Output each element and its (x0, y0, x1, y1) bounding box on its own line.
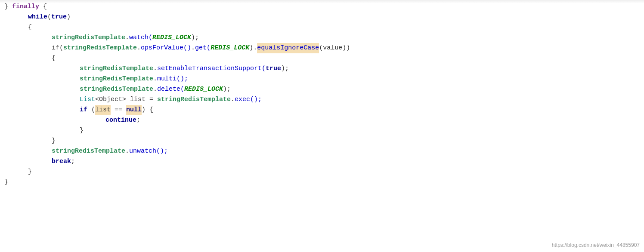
code-token: ); (191, 33, 199, 43)
code-line: stringRedisTemplate.delete(REDIS_LOCK); (0, 84, 644, 95)
code-line: } (0, 126, 644, 136)
code-line: stringRedisTemplate.multi(); (0, 74, 644, 84)
code-line: } (0, 177, 644, 187)
code-line: stringRedisTemplate.watch(REDIS_LOCK); (0, 33, 644, 43)
code-line: continue; (0, 115, 644, 126)
code-token: REDIS_LOCK (211, 43, 249, 53)
code-line: stringRedisTemplate.setEnableTransaction… (0, 64, 644, 74)
code-token: stringRedisTemplate (80, 64, 153, 74)
code-line: stringRedisTemplate.unwatch(); (0, 146, 644, 157)
code-token: . (125, 33, 129, 43)
code-token: { (28, 22, 32, 33)
code-token: . (191, 43, 195, 53)
code-token: } (28, 167, 32, 177)
code-token: . (231, 95, 235, 105)
code-token: . (153, 84, 157, 95)
code-token: ) { (142, 105, 153, 115)
code-line: break; (0, 157, 644, 167)
code-token: ). (249, 43, 257, 53)
code-line: List<Object> list = stringRedisTemplate.… (0, 95, 644, 105)
code-token: if( (52, 43, 63, 53)
code-token: REDIS_LOCK (184, 84, 223, 95)
code-token: multi(); (157, 74, 188, 84)
code-line: if(stringRedisTemplate.opsForValue().get… (0, 43, 644, 53)
code-token: setEnableTransactionSupport( (157, 64, 266, 74)
code-lines: } finally {while(true){stringRedisTempla… (0, 2, 644, 187)
code-token: stringRedisTemplate (52, 33, 125, 43)
code-token: ( (87, 105, 95, 115)
code-token: . (153, 64, 157, 74)
code-token: ; (71, 157, 75, 167)
code-token: == (111, 105, 126, 115)
code-token: { (52, 53, 56, 64)
code-token: break (52, 157, 71, 167)
code-token: List (80, 95, 95, 105)
code-token: } (52, 136, 56, 146)
code-token: . (137, 43, 141, 53)
code-line: } (0, 167, 644, 177)
code-token: . (125, 146, 129, 157)
code-token: ) (67, 12, 71, 22)
code-viewer: } finally {while(true){stringRedisTempla… (0, 0, 644, 252)
code-token: stringRedisTemplate (80, 74, 153, 84)
code-token: continue (105, 115, 136, 126)
code-token: ); (281, 64, 289, 74)
code-token: ( (47, 12, 51, 22)
code-token: equalsIgnoreCase (257, 43, 319, 53)
code-token: true (266, 64, 281, 74)
code-line: } (0, 136, 644, 146)
code-token: opsForValue() (141, 43, 191, 53)
code-token: if (80, 105, 87, 115)
code-token: REDIS_LOCK (152, 33, 191, 43)
code-token: stringRedisTemplate (52, 146, 125, 157)
code-token: list (95, 105, 111, 115)
code-line: while(true) (0, 12, 644, 22)
code-line: { (0, 53, 644, 64)
code-token: while (28, 12, 47, 22)
code-token: true (51, 12, 67, 22)
code-token: } (80, 126, 84, 136)
code-token: . (153, 74, 157, 84)
code-token: null (126, 105, 142, 115)
watermark: https://blog.csdn.net/weixin_44855907 (552, 241, 640, 249)
code-token: get( (195, 43, 211, 53)
code-token: stringRedisTemplate (157, 95, 231, 105)
code-token: (value)) (319, 43, 350, 53)
code-token: ; (136, 115, 140, 126)
code-line: { (0, 22, 644, 33)
code-token: ); (223, 84, 231, 95)
code-token: watch( (129, 33, 152, 43)
code-token: } (4, 177, 8, 187)
code-token: exec(); (235, 95, 262, 105)
code-token: stringRedisTemplate (80, 84, 153, 95)
code-token: delete( (157, 84, 184, 95)
code-line: if (list == null) { (0, 105, 644, 115)
code-token: unwatch(); (129, 146, 168, 157)
code-token: stringRedisTemplate (63, 43, 137, 53)
code-token: <Object> list = (95, 95, 157, 105)
